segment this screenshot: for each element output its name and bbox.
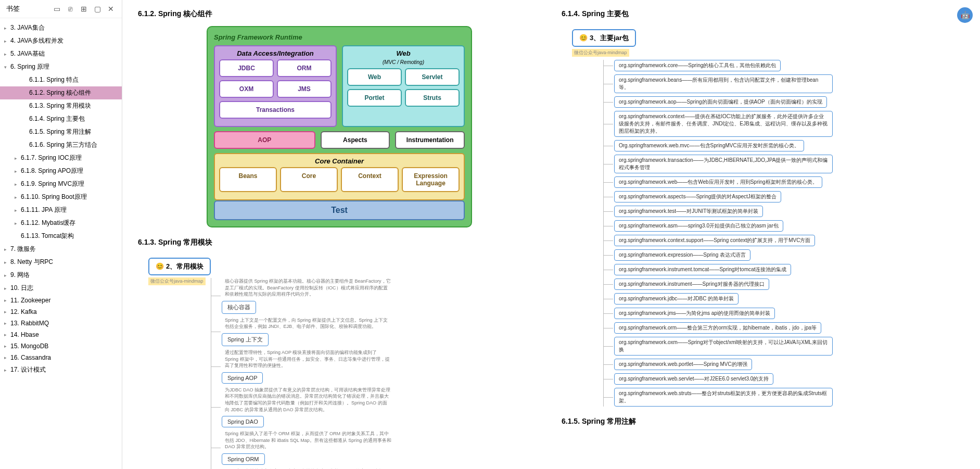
tree-item[interactable]: ▸8. Netty 与RPC — [0, 256, 122, 269]
tree-item[interactable]: ▸6.1.11. JPA 原理 — [0, 204, 122, 217]
close-icon[interactable]: ✕ — [106, 5, 116, 13]
tree-item[interactable]: ▸12. Kafka — [0, 306, 122, 318]
aspects-cell: Aspects — [321, 131, 390, 149]
tree-item[interactable]: ▸16. Cassandra — [0, 352, 122, 363]
tree-item[interactable]: ▸6.1.9. Spring MVC原理 — [0, 178, 122, 191]
modules-root: 😊2、常用模块 — [148, 258, 211, 275]
tree-item[interactable]: ▾6. Spring 原理 — [0, 60, 122, 73]
package-node: org.springframework.asm——spring3.0开始提供自己… — [614, 220, 964, 232]
outline-icon[interactable]: ▭ — [52, 5, 61, 13]
tree-item[interactable]: ▸6.1.7. Spring IOC原理 — [0, 151, 122, 164]
heading-614: 6.1.4. Spring 主要包 — [562, 9, 964, 19]
package-node: org.springframework.oxm——Spring对于object/… — [614, 337, 964, 356]
module-node: 通过配置管理特性，Spring AOP 模块直接将面向切面的编程功能集成到了 S… — [222, 349, 541, 384]
package-node: org.springframework.context——提供在基础IOC功能上… — [614, 111, 964, 137]
tree-item[interactable]: ▸7. 微服务 — [0, 243, 122, 256]
tree-item[interactable]: ▸9. 网络 — [0, 269, 122, 282]
module-node: 为JDBC DAO 抽象层提供了有意义的异常层次结构，可用该结构来管理异常处理和… — [222, 387, 541, 427]
package-node: org.springframework.transaction——为JDBC,H… — [614, 155, 964, 173]
data-access-group: Data Access/Integration JDBCORM OXMJMS T… — [214, 45, 337, 127]
sidebar-title: 书签 — [6, 4, 48, 14]
package-node: org.springframework.expression——Spring 表… — [614, 249, 964, 261]
aop-cell: AOP — [214, 131, 315, 149]
tree-item[interactable]: 6.1.6. Spring 第三方结合 — [0, 138, 122, 151]
tree-item[interactable]: ▸15. MongoDB — [0, 340, 122, 352]
package-node: org.springframework.orm——整合第三方的orm实现，如hi… — [614, 322, 964, 334]
package-node: org.springframework.context.support——Spr… — [614, 235, 964, 246]
package-node: Org.springframework.web.mvc——包含SpringMVC… — [614, 140, 964, 151]
sidebar-header: 书签 ▭ ⎚ ⊞ ▢ ✕ — [0, 0, 122, 18]
package-node: org.springframework.web.struts——整合对strut… — [614, 388, 964, 407]
package-node: org.springframework.web——包含Web应用开发时，用到Sp… — [614, 176, 964, 188]
tree-item[interactable]: ▸4. JAVA多线程并发 — [0, 34, 122, 47]
tree-item[interactable]: 6.1.2. Spring 核心组件 — [0, 86, 122, 99]
tree-item[interactable]: 6.1.5. Spring 常用注解 — [0, 125, 122, 138]
tree-item[interactable]: ▸6.1.8. Spring APO原理 — [0, 164, 122, 178]
test-cell: Test — [214, 200, 465, 220]
tree-item[interactable]: ▸10. 日志 — [0, 282, 122, 295]
package-node: org.springframework.beans——所有应用都用到，包含访问配… — [614, 74, 964, 93]
package-node: org.springframework.jdbc——对JDBC 的简单封装 — [614, 293, 964, 305]
package-node: org.springframework.web.servlet——对J2EE6.… — [614, 373, 964, 385]
module-node: Spring 框架插入了若干个 ORM 框架，从而提供了 ORM 的对象关系工具… — [222, 430, 541, 465]
heading-615: 6.1.5. Spring 常用注解 — [562, 417, 964, 426]
tree-item[interactable]: ▸6.1.10. Spring Boot原理 — [0, 191, 122, 204]
tree-item[interactable]: 6.1.4. Spring 主要包 — [0, 112, 122, 125]
core-container-group: Core Container Beans Core Context Expres… — [214, 153, 465, 200]
heading-612: 6.1.2. Spring 核心组件 — [138, 9, 541, 19]
document-content: 6.1.2. Spring 核心组件 Spring Framework Runt… — [122, 0, 980, 469]
bookmark-icon[interactable]: ▢ — [93, 5, 102, 13]
assistant-fab[interactable]: 🤖 — [957, 7, 973, 23]
bookmarks-sidebar: 书签 ▭ ⎚ ⊞ ▢ ✕ ▸3. JAVA集合▸4. JAVA多线程并发▸5. … — [0, 0, 122, 469]
package-node: org.springframework.test——对JUNIT等测试框架的简单… — [614, 206, 964, 217]
expand-icon[interactable]: ⊞ — [79, 5, 88, 13]
instrumentation-cell: Instrumentation — [395, 131, 465, 149]
tree-item[interactable]: ▸5. JAVA基础 — [0, 47, 122, 60]
tree-item[interactable]: 6.1.13. Tomcat架构 — [0, 230, 122, 243]
module-node: Spring 上下文是一个配置文件，向 Spring 框架提供上下文信息。Spr… — [222, 317, 541, 346]
module-node: 核心容器提供 Spring 框架的基本功能。核心容器的主要组件是 BeanFac… — [222, 278, 541, 314]
tree-item[interactable]: ▸13. RabbitMQ — [0, 318, 122, 329]
spring-runtime-diagram: Spring Framework Runtime Data Access/Int… — [207, 26, 472, 227]
package-node: org.springframework.web.portlet——Spring … — [614, 359, 964, 370]
modules-mindmap: 😊2、常用模块 微信公众号java-mindmap 核心容器提供 Spring … — [138, 258, 541, 469]
package-node: org.springframework.aspects——Spring提供的对A… — [614, 191, 964, 202]
package-node: org.springframework.core——Spring的核心工具包，其… — [614, 60, 964, 71]
tree-item[interactable]: ▸3. JAVA集合 — [0, 21, 122, 34]
tree-item[interactable]: 6.1.1. Spring 特点 — [0, 73, 122, 86]
tree-item[interactable]: 6.1.3. Spring 常用模块 — [0, 99, 122, 112]
tree-item[interactable]: ▸17. 设计模式 — [0, 363, 122, 376]
heading-613: 6.1.3. Spring 常用模块 — [138, 238, 541, 247]
package-node: org.springframework.jms——为简化jms api的使用而做… — [614, 308, 964, 319]
web-group: Web (MVC / Remoting) WebServlet PortletS… — [342, 45, 465, 127]
packages-root: 😊3、主要jar包 — [572, 29, 636, 47]
tree-item[interactable]: ▸14. Hbase — [0, 329, 122, 340]
runtime-title: Spring Framework Runtime — [214, 33, 465, 41]
collapse-icon[interactable]: ⎚ — [66, 5, 75, 13]
package-node: org.springframework.aop——Spring的面向切面编程，提… — [614, 96, 964, 108]
packages-mindmap: 😊3、主要jar包 微信公众号java-mindmap org.springfr… — [562, 29, 964, 407]
package-node: org.springframework.instrument.tomcat——S… — [614, 264, 964, 275]
tree-item[interactable]: ▸11. Zookeeper — [0, 295, 122, 306]
package-node: org.springframework.instrument——Spring对服… — [614, 278, 964, 290]
tree-item[interactable]: ▸6.1.12. Mybatis缓存 — [0, 217, 122, 230]
bookmark-tree[interactable]: ▸3. JAVA集合▸4. JAVA多线程并发▸5. JAVA基础▾6. Spr… — [0, 18, 122, 469]
